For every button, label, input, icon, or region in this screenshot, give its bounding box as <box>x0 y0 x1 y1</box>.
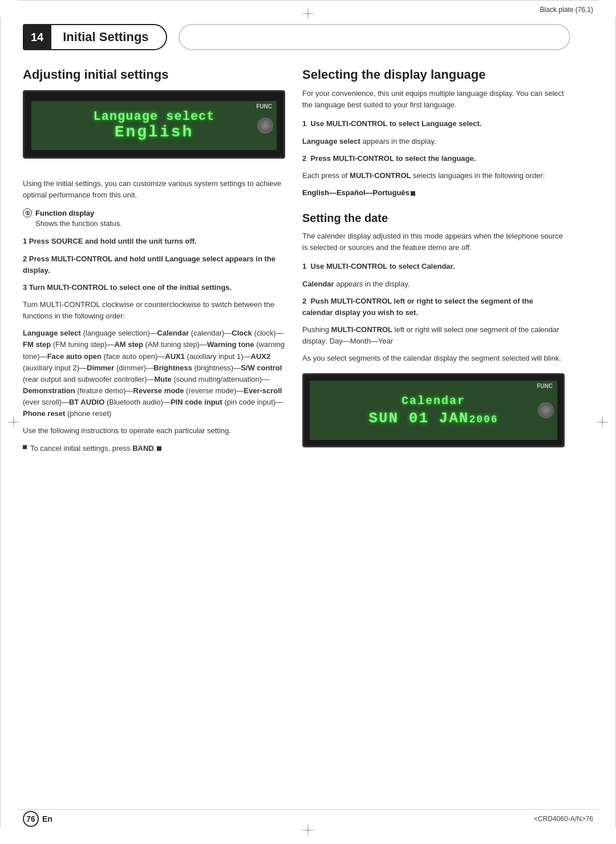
cal-lcd-line1: Calendar <box>402 394 465 407</box>
lcd-inner: FUNC Language select English <box>31 101 277 150</box>
step3-chain: Language select (language selection)—Cal… <box>23 328 285 419</box>
crosshair-top <box>302 8 314 19</box>
function-note-label: Function display <box>35 209 94 217</box>
right-step2-body: Each press of MULTI-CONTROL selects lang… <box>302 170 565 181</box>
page-en-label: En <box>42 814 52 823</box>
step3: 3 Turn MULTI-CONTROL to select one of th… <box>23 282 285 293</box>
lcd-display: FUNC Language select English <box>23 90 285 159</box>
lang-chain: English—Español—Português <box>302 187 565 199</box>
cal-step2-body: Pushing MULTI-CONTROL left or right will… <box>302 324 565 347</box>
display-language-heading: Selecting the display language <box>302 67 565 82</box>
lcd-knob <box>257 118 273 134</box>
crd-label: <CRD4060-A/N>76 <box>534 815 593 823</box>
setting-date-heading: Setting the date <box>302 212 565 225</box>
bullet-item: To cancel initial settings, press BAND. <box>23 443 285 454</box>
black-plate-label: Black plate (76,1) <box>540 6 593 14</box>
lcd-line1: Language select <box>93 110 214 124</box>
step3-footer: Use the following instructions to operat… <box>23 425 285 437</box>
step2-heading: 2 Press MULTI-CONTROL and hold until Lan… <box>23 255 275 274</box>
page-footer: 76 En <CRD4060-A/N>76 <box>0 811 616 827</box>
function-circle-num: ① <box>23 208 32 217</box>
cal-step2: 2 Push MULTI-CONTROL left or right to se… <box>302 296 565 318</box>
function-note: ① Function display Shows the function st… <box>23 208 285 228</box>
page-circle: 76 <box>23 811 39 827</box>
right-column: Selecting the display language For your … <box>302 67 565 454</box>
section-right-decoration <box>179 24 570 50</box>
bullet-icon <box>23 445 27 449</box>
lcd-line2: English <box>115 124 194 142</box>
calendar-lcd-inner: FUNC Calendar SUN 01 JAN2006 <box>310 381 557 440</box>
right-step1-body: Language select appears in the display. <box>302 136 565 147</box>
page-number: 76 <box>26 814 35 823</box>
section-title: Initial Settings <box>51 24 167 50</box>
display-language-body: For your convenience, this unit equips m… <box>302 88 565 110</box>
section-label: Section <box>23 24 43 30</box>
calendar-lcd-display: FUNC Calendar SUN 01 JAN2006 <box>302 373 565 447</box>
cal-lcd-line2: SUN 01 JAN2006 <box>368 410 498 427</box>
body-text: Using the initial settings, you can cust… <box>23 178 285 200</box>
page-number-box: 76 En <box>23 811 52 827</box>
cal-lcd-func-label: FUNC <box>537 383 553 389</box>
adjusting-settings-heading: Adjusting initial settings <box>23 67 285 82</box>
step3-heading: 3 Turn MULTI-CONTROL to select one of th… <box>23 283 232 292</box>
function-note-desc: Shows the function status. <box>35 219 285 228</box>
setting-date-body: The calender display adjusted in this mo… <box>302 231 565 253</box>
left-column: Adjusting initial settings FUNC Language… <box>23 67 285 454</box>
cal-step1: 1 Use MULTI-CONTROL to select Calendar. <box>302 261 565 272</box>
bullet-text: To cancel initial settings, press BAND. <box>30 443 161 454</box>
step2: 2 Press MULTI-CONTROL and hold until Lan… <box>23 253 285 276</box>
cal-lcd-knob <box>538 402 554 418</box>
crosshair-left <box>8 417 19 428</box>
step1-heading: 1 Press SOURCE and hold until the unit t… <box>23 237 197 245</box>
lcd-display-wrapper: FUNC Language select English 1 <box>23 90 285 159</box>
step1: 1 Press SOURCE and hold until the unit t… <box>23 236 285 247</box>
cal-step2-footer: As you select segments of the calendar d… <box>302 353 565 364</box>
right-step2: 2 Press MULTI-CONTROL to select the lang… <box>302 153 565 164</box>
crosshair-right <box>597 417 608 428</box>
lcd-func-label: FUNC <box>256 103 272 110</box>
cal-step1-body: Calendar appears in the display. <box>302 278 565 290</box>
step3-body: Turn MULTI-CONTROL clockwise or counterc… <box>23 299 285 322</box>
main-content: Adjusting initial settings FUNC Language… <box>23 67 593 454</box>
function-note-title: ① Function display <box>23 208 285 217</box>
right-step1: 1 Use MULTI-CONTROL to select Language s… <box>302 118 565 130</box>
